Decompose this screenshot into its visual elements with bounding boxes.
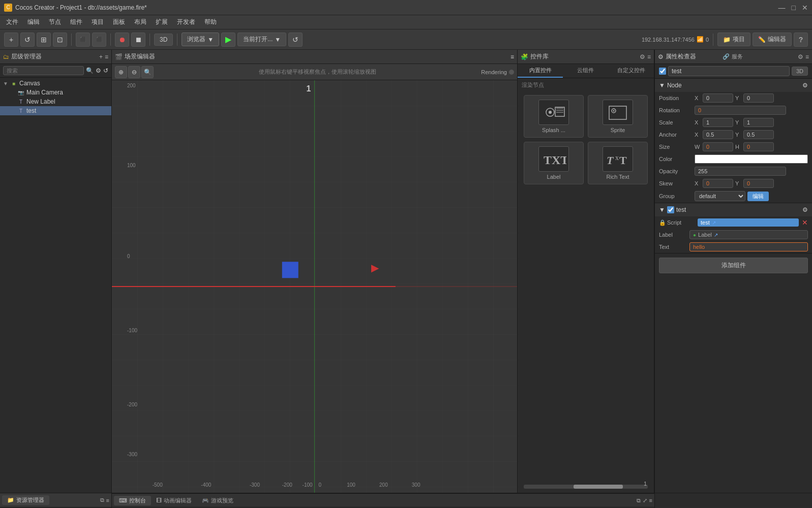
collapse-button[interactable]: ⊡ <box>53 33 67 47</box>
prop-service-tab[interactable]: 🔗 服务 <box>723 53 742 60</box>
script-close-icon[interactable]: ✕ <box>802 218 808 227</box>
assets-copy-icon[interactable]: ⧉ <box>100 497 104 503</box>
script-field[interactable]: test ↗ <box>698 218 799 227</box>
prop-menu-btn[interactable]: ≡ <box>805 53 809 60</box>
scale-y-input[interactable] <box>743 118 774 127</box>
node-enabled-checkbox[interactable] <box>659 68 666 75</box>
stop-button[interactable]: ⏹ <box>131 33 145 47</box>
tab-builtin-widgets[interactable]: 内置控件 <box>518 64 563 78</box>
refresh-button[interactable]: ↺ <box>20 33 35 47</box>
size-h-input[interactable] <box>743 142 774 151</box>
hierarchy-add-btn[interactable]: + <box>99 53 103 60</box>
text-input[interactable] <box>689 242 808 251</box>
minimize-button[interactable]: — <box>778 4 786 12</box>
hierarchy-menu-btn[interactable]: ≡ <box>105 53 108 60</box>
menu-dev[interactable]: 开发者 <box>173 17 199 27</box>
scale-label: Scale <box>659 119 695 125</box>
widget-label[interactable]: TXT Label <box>524 142 584 184</box>
script-link-icon[interactable]: ↗ <box>712 220 716 226</box>
menu-help[interactable]: 帮助 <box>200 17 221 27</box>
tree-item-main-camera[interactable]: 📷 Main Camera <box>0 88 111 97</box>
close-button[interactable]: ✕ <box>802 4 808 12</box>
comp-section-header[interactable]: ▼ test ⚙ <box>655 203 812 216</box>
reload-button[interactable]: ↺ <box>288 33 303 47</box>
widget-settings-icon[interactable]: ⚙ <box>640 53 645 60</box>
3d-button[interactable]: 3D <box>792 67 808 76</box>
search-icon[interactable]: 🔍 <box>86 67 94 74</box>
zoom-in-btn[interactable]: ⊕ <box>115 66 127 78</box>
rotation-input[interactable] <box>695 106 786 115</box>
widget-label-icon: TXT <box>538 146 569 172</box>
tree-item-test[interactable]: T test <box>0 106 111 115</box>
tab-custom-widgets[interactable]: 自定义控件 <box>609 64 654 78</box>
3d-toggle[interactable]: 3D <box>154 34 173 46</box>
menu-layout[interactable]: 布局 <box>130 17 151 27</box>
bottom-center-copy-icon[interactable]: ⧉ <box>637 497 641 504</box>
group-edit-button[interactable]: 编辑 <box>747 192 769 201</box>
add-component-button[interactable]: 添加组件 <box>659 258 808 273</box>
node-section-header[interactable]: ▼ Node ⚙ <box>655 79 812 92</box>
scene-hint: 使用鼠标右键平移视察焦点，使用滚轮缩放视图 <box>155 68 480 76</box>
opacity-input[interactable] <box>695 167 786 176</box>
widget-menu-btn[interactable]: ≡ <box>647 53 651 60</box>
label-link-icon[interactable]: ↗ <box>714 232 718 238</box>
tab-cloud-widgets[interactable]: 云组件 <box>563 64 608 78</box>
hierarchy-search-input[interactable] <box>3 66 84 75</box>
bottom-center-menu-icon[interactable]: ≡ <box>649 497 652 503</box>
tab-animation[interactable]: 🎞 动画编辑器 <box>151 496 197 505</box>
menu-edit[interactable]: 编辑 <box>23 17 44 27</box>
skew-y-input[interactable] <box>743 179 774 188</box>
add-button[interactable]: + <box>4 33 18 47</box>
comp-settings-icon[interactable]: ⚙ <box>802 206 808 213</box>
anchor-y-input[interactable] <box>743 130 774 139</box>
scene-canvas[interactable]: 200 100 0 -100 -200 -300 -500 -400 -300 … <box>112 80 517 493</box>
help-button[interactable]: ? <box>794 33 808 47</box>
menu-file[interactable]: 文件 <box>2 17 22 27</box>
open-button[interactable]: 当前打开... ▼ <box>237 33 286 46</box>
tree-item-new-label[interactable]: T New Label <box>0 97 111 106</box>
label-comp-field[interactable]: ● Label ↗ <box>689 230 808 239</box>
zoom-out-btn[interactable]: ⊖ <box>128 66 140 78</box>
expand-button[interactable]: ⊞ <box>37 33 51 47</box>
tab-assets[interactable]: 📁 资源管理器 <box>2 495 49 505</box>
tab-console[interactable]: ⌨ 控制台 <box>114 496 151 505</box>
menu-panel[interactable]: 面板 <box>109 17 129 27</box>
tool-move[interactable]: ⬛ <box>76 33 90 47</box>
widget-splash[interactable]: Splash ... <box>524 95 584 138</box>
menu-component[interactable]: 组件 <box>66 17 86 27</box>
assets-menu-icon[interactable]: ≡ <box>106 497 109 503</box>
color-picker[interactable] <box>695 154 808 164</box>
project-button[interactable]: 📁 项目 <box>717 33 750 46</box>
size-w-input[interactable] <box>703 142 733 151</box>
hierarchy-refresh-icon[interactable]: ↺ <box>103 67 108 74</box>
node-name-input[interactable] <box>668 66 790 76</box>
play-button[interactable]: ▶ <box>221 33 235 47</box>
comp-enabled-checkbox[interactable] <box>667 206 674 213</box>
skew-x-input[interactable] <box>703 179 733 188</box>
scene-menu-btn[interactable]: ≡ <box>510 53 514 60</box>
tree-item-canvas[interactable]: ▼ ■ Canvas <box>0 79 111 88</box>
tool-rotate[interactable]: ⬛ <box>92 33 106 47</box>
browser-button[interactable]: 浏览器 ▼ <box>182 33 219 46</box>
group-select[interactable]: default <box>695 191 745 201</box>
anchor-x-input[interactable] <box>703 130 733 139</box>
scrollbar-thumb[interactable] <box>574 485 623 489</box>
widget-sprite[interactable]: Sprite <box>588 95 648 138</box>
scale-x-input[interactable] <box>703 118 733 127</box>
tab-preview[interactable]: 🎮 游戏预览 <box>197 496 238 505</box>
prop-settings-icon[interactable]: ⚙ <box>798 53 803 60</box>
position-y-input[interactable] <box>743 93 774 103</box>
scrollbar-track[interactable] <box>524 485 648 489</box>
bottom-center-expand-icon[interactable]: ⤢ <box>643 497 647 504</box>
position-x-input[interactable] <box>703 93 733 103</box>
editor-button[interactable]: ✏️ 编辑器 <box>753 33 792 46</box>
hierarchy-filter-icon[interactable]: ⚙ <box>96 67 101 74</box>
node-section-settings[interactable]: ⚙ <box>802 82 808 89</box>
zoom-reset-btn[interactable]: 🔍 <box>141 66 154 78</box>
menu-extend[interactable]: 扩展 <box>152 17 172 27</box>
menu-node[interactable]: 节点 <box>45 17 65 27</box>
record-button[interactable]: ⏺ <box>115 33 129 47</box>
maximize-button[interactable]: □ <box>792 4 796 12</box>
menu-project[interactable]: 项目 <box>87 17 108 27</box>
widget-richtext[interactable]: T x T Rich Text <box>588 142 648 184</box>
